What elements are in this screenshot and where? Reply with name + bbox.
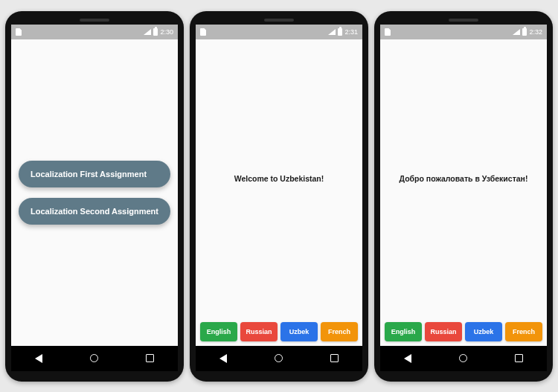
status-bar: 2:31 bbox=[196, 25, 362, 39]
nav-recent-icon[interactable] bbox=[146, 354, 154, 362]
welcome-text: Добро пожаловать в Узбекистан! bbox=[380, 39, 547, 318]
russian-button[interactable]: Russian bbox=[425, 322, 462, 341]
android-nav-bar bbox=[11, 346, 178, 371]
android-nav-bar bbox=[196, 346, 362, 371]
notification-doc-icon bbox=[385, 28, 391, 36]
app-content-3: Добро пожаловать в Узбекистан! English R… bbox=[380, 39, 547, 346]
russian-button[interactable]: Russian bbox=[240, 322, 278, 341]
battery-icon bbox=[153, 28, 158, 36]
screen-1: 2:30 Localization First Assignment Local… bbox=[11, 25, 178, 371]
french-button[interactable]: French bbox=[321, 322, 358, 341]
localization-second-button[interactable]: Localization Second Assignment bbox=[19, 198, 170, 225]
nav-home-icon[interactable] bbox=[90, 354, 98, 362]
nav-home-icon[interactable] bbox=[459, 354, 467, 362]
phone-frame-3: 2:32 Добро пожаловать в Узбекистан! Engl… bbox=[374, 11, 553, 382]
uzbek-button[interactable]: Uzbek bbox=[465, 322, 502, 341]
english-button[interactable]: English bbox=[200, 322, 237, 341]
phone-frame-1: 2:30 Localization First Assignment Local… bbox=[5, 11, 184, 382]
notification-doc-icon bbox=[200, 28, 206, 36]
uzbek-button[interactable]: Uzbek bbox=[280, 322, 318, 341]
speaker-slot bbox=[80, 19, 109, 22]
status-bar: 2:30 bbox=[11, 25, 178, 39]
status-bar: 2:32 bbox=[380, 25, 547, 39]
speaker-slot bbox=[264, 19, 294, 22]
nav-recent-icon[interactable] bbox=[330, 354, 339, 362]
screen-2: 2:31 Welcome to Uzbekistan! English Russ… bbox=[196, 25, 362, 371]
english-button[interactable]: English bbox=[385, 322, 422, 341]
nav-back-icon[interactable] bbox=[219, 354, 227, 363]
signal-icon bbox=[144, 29, 151, 35]
speaker-slot bbox=[449, 19, 478, 22]
welcome-text: Welcome to Uzbekistan! bbox=[196, 39, 362, 318]
phone-frame-2: 2:31 Welcome to Uzbekistan! English Russ… bbox=[190, 11, 368, 382]
language-button-row: English Russian Uzbek French bbox=[196, 318, 362, 346]
nav-home-icon[interactable] bbox=[275, 354, 283, 362]
battery-icon bbox=[522, 28, 527, 36]
android-nav-bar bbox=[380, 346, 547, 371]
clock-text: 2:32 bbox=[529, 28, 542, 36]
nav-recent-icon[interactable] bbox=[515, 354, 523, 362]
french-button[interactable]: French bbox=[505, 322, 542, 341]
screen-3: 2:32 Добро пожаловать в Узбекистан! Engl… bbox=[380, 25, 547, 371]
clock-text: 2:30 bbox=[160, 28, 173, 36]
signal-icon bbox=[328, 29, 336, 35]
nav-back-icon[interactable] bbox=[404, 354, 411, 363]
app-content-1: Localization First Assignment Localizati… bbox=[11, 39, 178, 346]
app-content-2: Welcome to Uzbekistan! English Russian U… bbox=[196, 39, 362, 346]
battery-icon bbox=[338, 28, 342, 36]
localization-first-button[interactable]: Localization First Assignment bbox=[19, 161, 170, 187]
notification-doc-icon bbox=[16, 28, 22, 36]
signal-icon bbox=[513, 29, 520, 35]
clock-text: 2:31 bbox=[344, 28, 358, 36]
language-button-row: English Russian Uzbek French bbox=[380, 318, 547, 346]
nav-back-icon[interactable] bbox=[35, 354, 42, 363]
